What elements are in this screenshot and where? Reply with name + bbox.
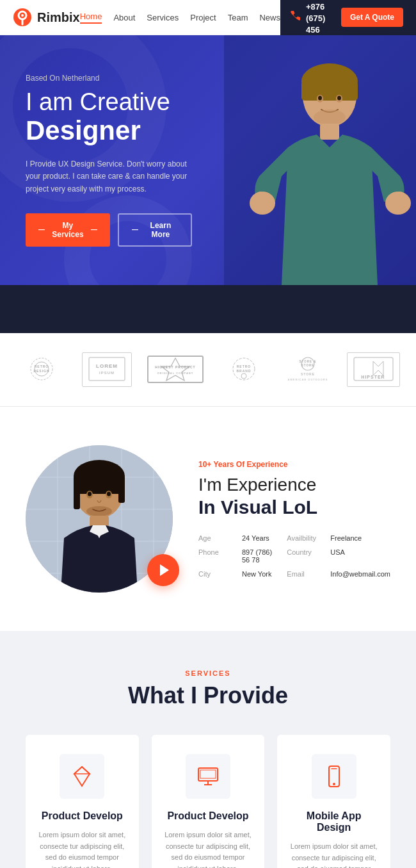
svg-point-32 xyxy=(241,373,246,379)
services-header: SERVICES What I Provide xyxy=(26,669,390,709)
svg-point-60 xyxy=(107,492,111,496)
svg-text:HIGHEST PRODUCT: HIGHEST PRODUCT xyxy=(155,365,195,369)
svg-text:LOREM: LOREM xyxy=(96,363,118,369)
detail-country: Country USA xyxy=(287,548,390,564)
nav-about[interactable]: About xyxy=(113,13,135,22)
learn-more-button[interactable]: — Learn More xyxy=(118,213,192,247)
service-desc-3: Lorem ipsum dolor sit amet, consecte tur… xyxy=(290,841,378,868)
monitor-icon xyxy=(196,765,220,788)
about-content: 10+ Years Of Experience I'm Experience I… xyxy=(198,460,390,578)
nav-project[interactable]: Project xyxy=(190,13,216,22)
service-icon-wrap-3 xyxy=(312,754,356,799)
service-icon-wrap-1 xyxy=(60,754,104,799)
about-details: Age 24 Years Availbility Freelance Phone… xyxy=(198,534,390,578)
svg-point-70 xyxy=(333,783,335,785)
nav-services[interactable]: Services xyxy=(147,13,179,22)
brand-hipster: HIPSTER xyxy=(347,352,400,387)
hero-dark-extension xyxy=(0,285,416,333)
header: Rimbix Home About Services Project Team … xyxy=(0,0,416,35)
play-button[interactable] xyxy=(147,554,179,586)
svg-text:ipsum: ipsum xyxy=(99,371,115,375)
brand-lorem: LOREM ipsum xyxy=(82,352,132,387)
svg-text:BRAND: BRAND xyxy=(237,369,252,373)
hero-location: Based On Netherland xyxy=(26,74,192,83)
svg-rect-55 xyxy=(74,480,80,509)
brand-store: STORE & STORE STORE american outdoors xyxy=(284,355,332,385)
svg-point-12 xyxy=(314,110,346,125)
service-title-2: Product Develop xyxy=(164,810,252,822)
svg-text:STORE: STORE xyxy=(301,372,315,376)
logo-text: Rimbix xyxy=(37,10,80,25)
svg-rect-13 xyxy=(320,124,339,140)
hero-person-area xyxy=(224,35,416,285)
services-section: SERVICES What I Provide Product Develop … xyxy=(0,631,416,868)
svg-point-59 xyxy=(88,492,92,496)
service-card-2: Product Develop Lorem ipsum dolor sit am… xyxy=(152,735,265,868)
svg-rect-17 xyxy=(396,192,404,207)
svg-rect-7 xyxy=(301,81,358,101)
brands-section: RETRO DESIGN LOREM ipsum HIGHEST PRODUCT… xyxy=(0,333,416,406)
svg-text:STORE: STORE xyxy=(301,364,314,367)
svg-marker-63 xyxy=(74,767,90,786)
hero-title-light: I am Creative xyxy=(26,89,192,116)
service-desc-2: Lorem ipsum dolor sit amet, consecte tur… xyxy=(164,830,252,868)
hero-section: Based On Netherland I am Creative Design… xyxy=(0,35,416,285)
about-tagline: 10+ Years Of Experience xyxy=(198,460,390,469)
nav-news[interactable]: News xyxy=(259,13,280,22)
hero-content: Based On Netherland I am Creative Design… xyxy=(0,42,218,279)
play-icon xyxy=(160,564,169,576)
detail-city: City New York xyxy=(198,570,274,578)
svg-text:DESIGN: DESIGN xyxy=(33,369,49,373)
svg-marker-39 xyxy=(373,361,383,375)
svg-text:american outdoors: american outdoors xyxy=(288,378,328,381)
main-nav: Home About Services Project Team News xyxy=(80,12,280,24)
service-title-3: Mobile App Design xyxy=(290,810,378,833)
svg-marker-64 xyxy=(74,767,90,774)
svg-rect-68 xyxy=(200,770,216,778)
svg-text:HIPSTER: HIPSTER xyxy=(361,375,385,379)
nav-home[interactable]: Home xyxy=(80,12,102,24)
svg-point-11 xyxy=(337,96,341,101)
svg-marker-26 xyxy=(161,358,189,381)
svg-rect-54 xyxy=(74,476,125,494)
quote-button[interactable]: Get A Quote xyxy=(341,8,403,27)
svg-rect-22 xyxy=(89,357,125,381)
service-card-1: Product Develop Lorem ipsum dolor sit am… xyxy=(26,735,139,868)
svg-rect-25 xyxy=(148,356,203,382)
detail-availbility: Availbility Freelance xyxy=(287,534,390,542)
about-title-bold: In Visual LoL xyxy=(198,496,390,519)
svg-text:RETRO: RETRO xyxy=(35,364,49,368)
mobile-icon xyxy=(323,765,346,788)
service-desc-1: Lorem ipsum dolor sit amet, consecte tur… xyxy=(38,830,126,868)
brand-retrodesign: RETRO DESIGN xyxy=(16,356,67,383)
about-section: 10+ Years Of Experience I'm Experience I… xyxy=(0,407,416,631)
svg-text:STORE &: STORE & xyxy=(300,360,317,363)
brand-retrobrand: RETRO BRAND xyxy=(218,356,269,383)
services-tag: SERVICES xyxy=(26,669,390,677)
logo[interactable]: Rimbix xyxy=(13,8,80,27)
detail-phone: Phone 897 (786) 56 78 xyxy=(198,548,274,564)
svg-point-2 xyxy=(21,14,24,17)
detail-age: Age 24 Years xyxy=(198,534,274,542)
hero-title-bold: Designer xyxy=(26,116,192,145)
svg-rect-15 xyxy=(256,192,265,207)
services-title: What I Provide xyxy=(26,682,390,709)
hero-buttons: — My Services — — Learn More xyxy=(26,213,192,247)
svg-point-10 xyxy=(318,96,322,101)
service-icon-wrap-2 xyxy=(186,754,230,799)
about-title-light: I'm Experience xyxy=(198,474,390,496)
phone-label: Phone Number xyxy=(306,0,331,1)
logo-icon xyxy=(13,8,32,27)
nav-team[interactable]: Team xyxy=(228,13,248,22)
svg-rect-56 xyxy=(118,480,125,503)
hero-person-svg xyxy=(224,35,416,285)
header-contact: Phone Number +876 (675) 456 56 7 Get A Q… xyxy=(280,0,416,35)
detail-email: Email Info@webmail.com xyxy=(287,570,390,578)
diamond-icon xyxy=(70,765,93,788)
hero-description: I Provide UX Design Service. Don't worry… xyxy=(26,158,192,195)
services-button[interactable]: — My Services — xyxy=(26,213,110,247)
svg-text:ORIGINAL COMPANY: ORIGINAL COMPANY xyxy=(157,372,193,375)
service-title-1: Product Develop xyxy=(38,810,126,822)
about-image-wrap xyxy=(26,445,173,593)
services-grid: Product Develop Lorem ipsum dolor sit am… xyxy=(26,735,390,868)
